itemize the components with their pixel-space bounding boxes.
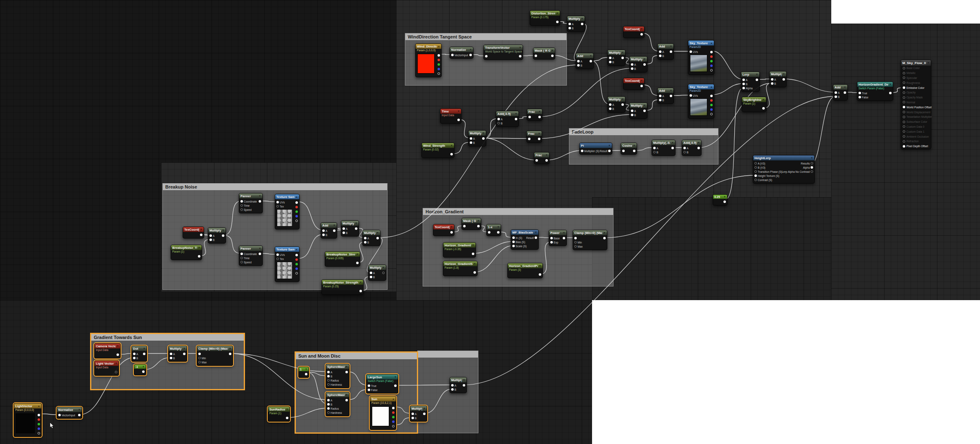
- node-multiply[interactable]: Multiply▼AB: [629, 56, 647, 72]
- output-pin[interactable]: [723, 201, 726, 203]
- output-pin[interactable]: [670, 50, 672, 53]
- node-sunradius[interactable]: SunRadius▼Param (1): [268, 406, 290, 422]
- input-pin[interactable]: [497, 122, 500, 124]
- output-pin[interactable]: [229, 353, 231, 355]
- output-pin[interactable]: [710, 95, 713, 97]
- node-largesun[interactable]: LargeSun▼Switch Param (False)TrueFalse: [366, 374, 398, 394]
- node-multiply[interactable]: Multiply▼AB: [208, 227, 226, 243]
- input-pin[interactable]: [754, 166, 757, 169]
- node-texture-sample[interactable]: Texture Sample▲UVsTex: [275, 194, 300, 229]
- output-pin[interactable]: [710, 104, 713, 106]
- input-pin[interactable]: [903, 121, 905, 123]
- output-pin[interactable]: [762, 107, 765, 110]
- input-pin[interactable]: [754, 174, 757, 177]
- output-pin[interactable]: [359, 290, 362, 292]
- input-pin[interactable]: [903, 140, 905, 143]
- input-pin[interactable]: [327, 403, 330, 406]
- input-pin[interactable]: [327, 407, 330, 410]
- comment-box-sun-and-moon-disc[interactable]: Sun and Moon Disc: [295, 351, 418, 434]
- node-power[interactable]: Power▼BaseExp: [549, 230, 567, 246]
- node-mf-biasscale[interactable]: MF_BiasScale▼In (S)Bias (S)Scale (S)Resu…: [511, 229, 539, 250]
- node-camera-vector[interactable]: Camera Vector▼Input Data: [94, 343, 121, 358]
- input-pin[interactable]: [903, 76, 905, 79]
- input-pin[interactable]: [903, 116, 905, 118]
- output-pin[interactable]: [538, 116, 541, 118]
- output-pin[interactable]: [259, 200, 261, 203]
- node-sky-texture[interactable]: Sky_Texture▲Param2DUVs: [688, 84, 714, 119]
- output-pin[interactable]: [710, 69, 713, 72]
- input-pin[interactable]: [903, 111, 905, 113]
- input-pin[interactable]: [370, 272, 372, 274]
- input-pin[interactable]: [240, 257, 243, 259]
- input-pin[interactable]: [528, 116, 531, 118]
- input-pin[interactable]: [659, 50, 661, 53]
- output-pin[interactable]: [438, 54, 440, 57]
- input-pin[interactable]: [903, 86, 905, 89]
- node-panner[interactable]: Panner▼CoordinateTimeSpeed: [239, 246, 263, 266]
- node-clamp-min-0-max-1[interactable]: Clamp (Min=0) (Max=1)▼MinMax: [573, 230, 607, 250]
- input-pin[interactable]: [512, 241, 515, 243]
- material-graph-canvas[interactable]: WindDirection Tangent SpaceFadeLoopBreak…: [0, 0, 980, 444]
- output-pin[interactable]: [473, 271, 476, 274]
- node-skybrightness[interactable]: SkyBrightness▼Param (1): [742, 97, 766, 112]
- output-pin[interactable]: [295, 206, 298, 208]
- input-pin[interactable]: [512, 236, 515, 239]
- input-pin[interactable]: [463, 225, 466, 227]
- input-pin[interactable]: [412, 413, 414, 415]
- input-pin[interactable]: [170, 353, 172, 355]
- output-pin[interactable]: [333, 229, 335, 232]
- output-pin[interactable]: [438, 59, 440, 61]
- output-pin[interactable]: [697, 147, 700, 149]
- input-pin[interactable]: [659, 99, 661, 101]
- input-pin[interactable]: [903, 67, 905, 69]
- input-pin[interactable]: [240, 261, 243, 263]
- output-pin[interactable]: [78, 414, 81, 416]
- input-pin[interactable]: [497, 118, 500, 120]
- output-pin[interactable]: [295, 272, 298, 275]
- input-pin[interactable]: [903, 106, 905, 108]
- input-pin[interactable]: [364, 241, 366, 243]
- input-pin[interactable]: [368, 389, 370, 391]
- input-pin[interactable]: [903, 135, 905, 138]
- input-pin[interactable]: [742, 87, 745, 89]
- output-pin[interactable]: [551, 55, 554, 57]
- output-pin[interactable]: [497, 231, 500, 234]
- output-pin[interactable]: [469, 54, 472, 56]
- input-pin[interactable]: [631, 110, 633, 112]
- output-pin[interactable]: [581, 23, 583, 25]
- input-pin[interactable]: [550, 237, 553, 239]
- input-pin[interactable]: [528, 138, 530, 140]
- output-pin[interactable]: [710, 113, 713, 115]
- output-pin[interactable]: [889, 92, 892, 94]
- output-pin[interactable]: [423, 413, 426, 415]
- output-pin[interactable]: [295, 258, 298, 261]
- input-pin[interactable]: [327, 379, 330, 382]
- output-pin[interactable]: [38, 414, 40, 416]
- output-pin[interactable]: [756, 79, 758, 81]
- input-pin[interactable]: [859, 96, 861, 98]
- input-pin[interactable]: [327, 399, 330, 401]
- input-pin[interactable]: [653, 147, 656, 149]
- node-frac[interactable]: Frac▼: [534, 152, 549, 164]
- node-add[interactable]: Add▼AB: [833, 84, 848, 100]
- output-pin[interactable]: [811, 170, 813, 173]
- output-pin[interactable]: [640, 33, 643, 36]
- input-pin[interactable]: [577, 64, 580, 67]
- node-distortion-strength[interactable]: Distortion_Strength▼Param (0.175): [530, 10, 560, 26]
- input-pin[interactable]: [581, 150, 583, 152]
- output-pin[interactable]: [643, 63, 646, 66]
- input-pin[interactable]: [631, 114, 633, 116]
- node-horizongradient-debug[interactable]: HorizonGradient_Debug▼Switch Param (Fals…: [857, 81, 893, 101]
- node-add[interactable]: Add▼AB: [657, 43, 674, 60]
- node-multiply[interactable]: Multiply▼AB: [607, 50, 626, 66]
- node-mask-g[interactable]: Mask ( G )▼: [461, 218, 481, 230]
- node-multiply[interactable]: Multiply▼AB: [410, 406, 427, 422]
- output-pin[interactable]: [295, 210, 298, 213]
- output-pin[interactable]: [710, 108, 713, 111]
- output-pin[interactable]: [535, 236, 537, 239]
- node-frac[interactable]: Frac▼: [527, 109, 542, 121]
- output-pin[interactable]: [295, 263, 298, 265]
- output-pin[interactable]: [640, 85, 643, 87]
- input-pin[interactable]: [690, 94, 692, 97]
- input-pin[interactable]: [903, 96, 905, 99]
